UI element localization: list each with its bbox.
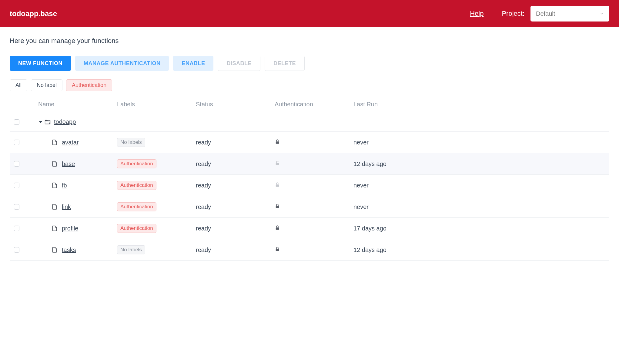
file-icon [52, 225, 58, 232]
label-tag: Authentication [117, 159, 156, 168]
table-row: link Authentication ready never [10, 196, 609, 218]
table-row: base Authentication ready 12 days ago [10, 153, 609, 175]
last-run-text: 12 days ago [353, 160, 386, 167]
last-run-text: 17 days ago [353, 225, 386, 232]
function-name-link[interactable]: avatar [62, 139, 79, 146]
column-labels: Labels [117, 101, 196, 108]
table-row: profile Authentication ready 17 days ago [10, 218, 609, 239]
row-checkbox[interactable] [14, 161, 19, 167]
svg-rect-3 [276, 206, 279, 208]
header-bar: todoapp.base Help Project: Default [0, 0, 619, 27]
enable-button[interactable]: ENABLE [173, 56, 213, 71]
table-header: Name Labels Status Authentication Last R… [10, 97, 609, 112]
row-checkbox[interactable] [14, 247, 19, 253]
lock-icon [275, 203, 280, 211]
status-text: ready [196, 225, 211, 232]
column-status: Status [196, 101, 275, 108]
last-run-text: 12 days ago [353, 247, 386, 253]
folder-toggle[interactable] [39, 119, 51, 125]
function-name-link[interactable]: fb [62, 182, 67, 189]
label-tag: Authentication [117, 181, 156, 190]
status-text: ready [196, 139, 211, 146]
row-checkbox[interactable] [14, 183, 19, 188]
filter-no-label[interactable]: No label [31, 79, 62, 91]
row-checkbox[interactable] [14, 204, 19, 210]
chevron-down-icon [600, 10, 604, 17]
file-icon [52, 247, 58, 253]
label-tag: No labels [117, 245, 145, 254]
file-icon [52, 204, 58, 210]
folder-name-link[interactable]: todoapp [54, 118, 76, 125]
column-last-run: Last Run [353, 101, 605, 108]
help-link[interactable]: Help [470, 10, 483, 18]
function-name-link[interactable]: base [62, 160, 75, 167]
row-checkbox[interactable] [14, 119, 19, 125]
row-checkbox[interactable] [14, 140, 19, 145]
svg-rect-0 [276, 141, 279, 144]
caret-down-icon [39, 121, 42, 123]
page-subtitle: Here you can manage your functions [10, 37, 609, 45]
project-select[interactable]: Default [530, 6, 609, 22]
lock-icon [275, 225, 280, 232]
folder-open-icon [44, 119, 51, 125]
svg-rect-5 [276, 249, 279, 251]
table-row: fb Authentication ready never [10, 175, 609, 196]
table-row: tasks No labels ready 12 days ago [10, 239, 609, 261]
svg-rect-2 [276, 184, 279, 187]
status-text: ready [196, 160, 211, 167]
lock-icon [275, 246, 280, 254]
function-name-link[interactable]: profile [62, 225, 78, 232]
disable-button[interactable]: DISABLE [218, 56, 260, 71]
folder-row: todoapp [10, 112, 609, 132]
column-name: Name [38, 101, 117, 108]
new-function-button[interactable]: NEW FUNCTION [10, 56, 71, 71]
row-checkbox[interactable] [14, 226, 19, 231]
toolbar: NEW FUNCTION MANAGE AUTHENTICATION ENABL… [10, 56, 609, 71]
last-run-text: never [353, 139, 369, 146]
label-tag: Authentication [117, 224, 156, 233]
column-authentication: Authentication [275, 101, 353, 108]
svg-rect-1 [276, 163, 279, 165]
last-run-text: never [353, 182, 369, 189]
manage-authentication-button[interactable]: MANAGE AUTHENTICATION [75, 56, 169, 71]
function-name-link[interactable]: link [62, 204, 71, 210]
lock-icon [275, 139, 280, 146]
table-row: avatar No labels ready never [10, 132, 609, 153]
file-icon [52, 182, 58, 189]
svg-rect-4 [276, 227, 279, 230]
filter-all[interactable]: All [10, 79, 27, 91]
file-icon [52, 139, 58, 146]
last-run-text: never [353, 204, 369, 210]
file-icon [52, 160, 58, 167]
filter-bar: All No label Authentication [10, 79, 609, 91]
functions-table: Name Labels Status Authentication Last R… [10, 97, 609, 261]
delete-button[interactable]: DELETE [265, 56, 305, 71]
label-tag: No labels [117, 138, 145, 147]
app-title: todoapp.base [10, 9, 470, 18]
lock-icon [275, 160, 280, 168]
project-selected-value: Default [536, 10, 555, 17]
status-text: ready [196, 204, 211, 210]
label-tag: Authentication [117, 202, 156, 211]
filter-authentication[interactable]: Authentication [66, 79, 112, 91]
status-text: ready [196, 182, 211, 189]
lock-icon [275, 182, 280, 189]
function-name-link[interactable]: tasks [62, 247, 76, 253]
project-label: Project: [502, 10, 524, 18]
status-text: ready [196, 247, 211, 253]
